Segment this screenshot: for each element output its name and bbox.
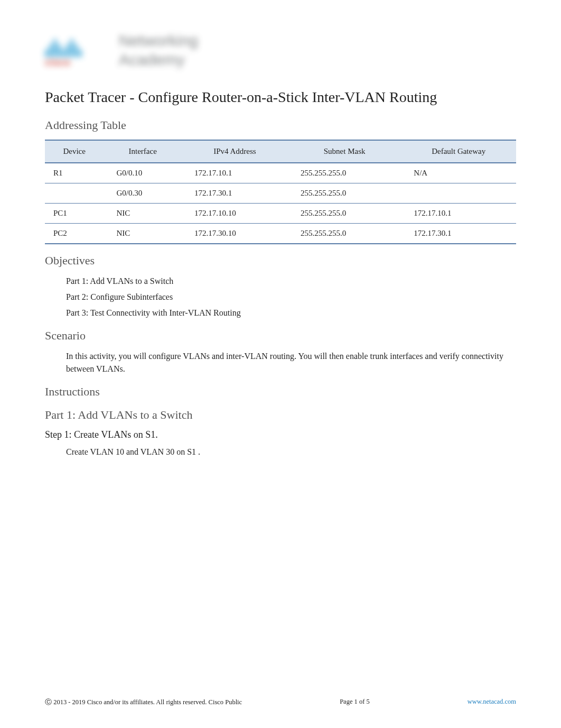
logo: cisco Networking Academy bbox=[45, 32, 214, 74]
addressing-table: Device Interface IPv4 Address Subnet Mas… bbox=[45, 140, 516, 244]
cell-device bbox=[45, 183, 104, 204]
step1-heading: Step 1: Create VLANs on S1. bbox=[45, 429, 516, 440]
page-footer: Ⓒ 2013 - 2019 Cisco and/or its affiliate… bbox=[45, 698, 516, 707]
cell-device: PC2 bbox=[45, 224, 104, 244]
cell-gateway: 172.17.30.1 bbox=[401, 224, 516, 244]
cell-gateway bbox=[401, 183, 516, 204]
footer-url: www.netacad.com bbox=[467, 698, 516, 707]
cell-gateway: N/A bbox=[401, 163, 516, 183]
scenario-heading: Scenario bbox=[45, 329, 516, 343]
cell-interface: NIC bbox=[104, 204, 182, 224]
cell-mask: 255.255.255.0 bbox=[288, 183, 401, 204]
cell-interface: G0/0.10 bbox=[104, 163, 182, 183]
table-row: R1 G0/0.10 172.17.10.1 255.255.255.0 N/A bbox=[45, 163, 516, 183]
objective-item: Part 2: Configure Subinterfaces bbox=[66, 291, 516, 303]
cell-device: PC1 bbox=[45, 204, 104, 224]
cell-interface: NIC bbox=[104, 224, 182, 244]
logo-line1: Networking bbox=[119, 32, 198, 50]
table-header-row: Device Interface IPv4 Address Subnet Mas… bbox=[45, 140, 516, 163]
document-title: Packet Tracer - Configure Router-on-a-St… bbox=[45, 89, 516, 106]
cell-ip: 172.17.30.10 bbox=[182, 224, 288, 244]
logo-bars-icon bbox=[45, 36, 82, 57]
table-row: PC1 NIC 172.17.10.10 255.255.255.0 172.1… bbox=[45, 204, 516, 224]
logo-line2: Academy bbox=[119, 51, 185, 69]
cell-device: R1 bbox=[45, 163, 104, 183]
col-interface: Interface bbox=[104, 140, 182, 163]
cell-ip: 172.17.10.1 bbox=[182, 163, 288, 183]
step1-text: Create VLAN 10 and VLAN 30 on S1 . bbox=[66, 446, 516, 458]
objectives-heading: Objectives bbox=[45, 254, 516, 268]
objective-item: Part 1: Add VLANs to a Switch bbox=[66, 275, 516, 288]
cell-mask: 255.255.255.0 bbox=[288, 204, 401, 224]
cell-mask: 255.255.255.0 bbox=[288, 224, 401, 244]
addressing-heading: Addressing Table bbox=[45, 118, 516, 132]
footer-page: Page 1 of 5 bbox=[340, 698, 370, 707]
cell-ip: 172.17.30.1 bbox=[182, 183, 288, 204]
footer-copyright-text: 2013 - 2019 Cisco and/or its affiliates.… bbox=[52, 698, 242, 706]
scenario-text: In this activity, you will configure VLA… bbox=[66, 350, 516, 375]
table-row: PC2 NIC 172.17.30.10 255.255.255.0 172.1… bbox=[45, 224, 516, 244]
col-ip: IPv4 Address bbox=[182, 140, 288, 163]
copyright-icon: Ⓒ bbox=[45, 698, 52, 706]
logo-brand-text: cisco bbox=[45, 57, 71, 68]
objectives-list: Part 1: Add VLANs to a Switch Part 2: Co… bbox=[66, 275, 516, 319]
col-gateway: Default Gateway bbox=[401, 140, 516, 163]
cell-interface: G0/0.30 bbox=[104, 183, 182, 204]
objective-item: Part 3: Test Connectivity with Inter-VLA… bbox=[66, 307, 516, 319]
part1-heading: Part 1: Add VLANs to a Switch bbox=[45, 408, 516, 422]
cell-ip: 172.17.10.10 bbox=[182, 204, 288, 224]
footer-copyright: Ⓒ 2013 - 2019 Cisco and/or its affiliate… bbox=[45, 698, 242, 707]
col-mask: Subnet Mask bbox=[288, 140, 401, 163]
table-row: G0/0.30 172.17.30.1 255.255.255.0 bbox=[45, 183, 516, 204]
instructions-heading: Instructions bbox=[45, 385, 516, 399]
col-device: Device bbox=[45, 140, 104, 163]
cell-mask: 255.255.255.0 bbox=[288, 163, 401, 183]
cell-gateway: 172.17.10.1 bbox=[401, 204, 516, 224]
